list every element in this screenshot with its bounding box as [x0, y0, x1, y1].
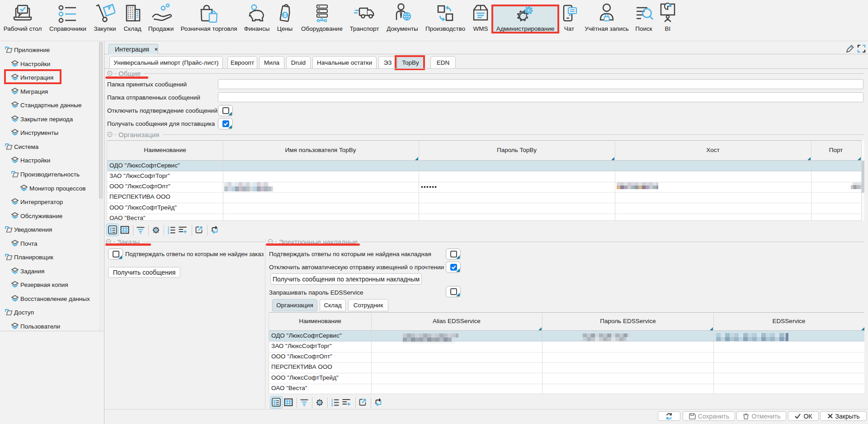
svg-text:3: 3 — [168, 231, 170, 234]
svg-text:3: 3 — [331, 404, 333, 407]
